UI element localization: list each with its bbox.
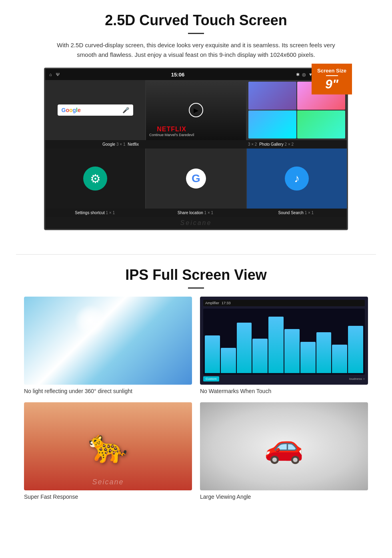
- google-app-cell[interactable]: Google 🎤: [45, 80, 145, 140]
- music-note-icon: ♪: [285, 167, 309, 191]
- gallery-size2: 2 × 2: [285, 142, 294, 147]
- android-screen: ⌂ Ψ 15:06 ✱ ◎ ▼ 📷 🔊 ✕ ⬜: [44, 68, 348, 230]
- amp-bar-5: [268, 317, 284, 373]
- note-icon: ♪: [294, 172, 300, 185]
- amp-bar-7: [300, 342, 316, 373]
- google-logo: Google: [62, 107, 81, 113]
- title-divider: [188, 33, 204, 34]
- google-dim: 3 × 1: [116, 142, 126, 147]
- section-curved-touch: 2.5D Curved Touch Screen With 2.5D curve…: [0, 0, 392, 238]
- car-card: 🚗 Large Viewing Angle: [200, 402, 368, 500]
- gallery-label-text: Photo Gallery: [259, 142, 284, 147]
- car-icon: 🚗: [264, 428, 304, 465]
- amp-header: Amplifier 17:33: [203, 300, 365, 306]
- amp-bar-3: [237, 323, 252, 373]
- usb-icon: Ψ: [56, 72, 60, 77]
- amp-loudness: loudness ○: [349, 377, 365, 381]
- cheetah-watermark: Seicane: [92, 478, 124, 486]
- sunlight-caption: No light reflecting under 360° direct su…: [24, 388, 192, 394]
- amplifier-visual: Amplifier 17:33: [200, 297, 368, 385]
- amp-bar-1: [205, 335, 220, 373]
- cheetah-caption: Super Fast Response: [24, 494, 192, 500]
- screen-watermark: Seicane: [45, 217, 347, 229]
- netflix-label-text: Netflix: [128, 142, 139, 147]
- section1-description: With 2.5D curved-display screen, this de…: [56, 40, 336, 60]
- settings-icon: ⚙: [83, 167, 107, 191]
- device-mockup: Screen Size 9" ⌂ Ψ 15:06 ✱ ◎ ▼ 📷 🔊 ✕: [44, 68, 348, 230]
- gear-icon: ⚙: [90, 172, 101, 186]
- sound-dim: 1 × 1: [305, 211, 314, 215]
- badge-divider: [326, 75, 338, 76]
- settings-app-cell[interactable]: ⚙: [45, 149, 145, 209]
- sunlight-visual: [24, 297, 192, 385]
- screen-size-badge: Screen Size 9": [312, 64, 352, 94]
- gallery-label: 3 × 2 Photo Gallery 2 × 2: [196, 140, 347, 149]
- cheetah-visual: 🐆 Seicane: [24, 402, 192, 490]
- grid-bottom-labels: Settings shortcut 1 × 1 Share location 1…: [45, 209, 347, 217]
- app-grid-bottom: ⚙ G ♪: [45, 149, 347, 209]
- cheetah-image: 🐆 Seicane: [24, 402, 192, 490]
- car-visual: 🚗: [200, 402, 368, 490]
- sound-label: Sound Search 1 × 1: [246, 209, 347, 217]
- amp-bar-10: [348, 326, 363, 373]
- grid-top-labels: Google 3 × 1 Netflix 3 × 2 Photo Gallery…: [45, 140, 347, 149]
- share-location-cell[interactable]: G: [146, 149, 246, 209]
- home-icon: ⌂: [49, 72, 52, 77]
- amp-bar-9: [332, 345, 347, 373]
- google-search-bar[interactable]: Google 🎤: [58, 104, 133, 116]
- share-label: Share location 1 × 1: [146, 209, 246, 217]
- netflix-overlay: NETFLIX Continue Marvel's Daredevil: [149, 126, 194, 137]
- gallery-thumb-3: [248, 110, 296, 138]
- status-bar: ⌂ Ψ 15:06 ✱ ◎ ▼ 📷 🔊 ✕ ⬜: [45, 69, 347, 80]
- amplifier-card: Amplifier 17:33: [200, 297, 368, 394]
- mic-icon: 🎤: [122, 107, 129, 113]
- netflix-logo: NETFLIX: [149, 126, 194, 133]
- amplifier-image: Amplifier 17:33: [200, 297, 368, 385]
- sound-search-cell[interactable]: ♪: [247, 149, 347, 209]
- netflix-subtitle: Continue Marvel's Daredevil: [149, 133, 194, 137]
- settings-label-text: Settings shortcut: [75, 211, 104, 215]
- gallery-thumb-4: [297, 110, 345, 138]
- google-label-text: Google: [102, 142, 115, 147]
- netflix-play-button[interactable]: ▶: [189, 103, 203, 117]
- amp-bar-2: [221, 348, 236, 373]
- car-image: 🚗: [200, 402, 368, 490]
- sunlight-image: [24, 297, 192, 385]
- status-bar-time: 15:06: [171, 72, 184, 78]
- cheetah-card: 🐆 Seicane Super Fast Response: [24, 402, 192, 500]
- gallery-dim: 3 × 2: [248, 142, 257, 147]
- cheetah-icon: 🐆: [88, 428, 128, 465]
- ips-image-grid: No light reflecting under 360° direct su…: [24, 297, 368, 500]
- google-label: Google 3 × 1 Netflix: [45, 140, 196, 149]
- amp-custom-button[interactable]: Custom: [203, 376, 219, 381]
- section-ips: IPS Full Screen View No light reflecting…: [0, 255, 392, 512]
- share-label-text: Share location: [178, 211, 203, 215]
- sound-label-text: Sound Search: [278, 211, 303, 215]
- app-grid-top: Google 🎤 ▶ NETFLIX Continue Marvel's Da: [45, 80, 347, 140]
- badge-label-text: Screen Size: [317, 68, 346, 74]
- settings-label: Settings shortcut 1 × 1: [45, 209, 146, 217]
- ips-title-divider: [188, 287, 204, 289]
- sunlight-card: No light reflecting under 360° direct su…: [24, 297, 192, 394]
- car-caption: Large Viewing Angle: [200, 494, 368, 500]
- gallery-thumb-1: [248, 82, 296, 110]
- amplifier-caption: No Watermarks When Touch: [200, 388, 368, 394]
- play-icon: ▶: [194, 106, 198, 114]
- amp-bars: [203, 309, 365, 375]
- amp-bar-8: [316, 332, 332, 373]
- amp-bar-4: [252, 339, 268, 373]
- location-icon: ◎: [302, 72, 306, 77]
- section1-title: 2.5D Curved Touch Screen: [24, 12, 368, 29]
- amp-bar-6: [284, 329, 300, 373]
- amp-title: Amplifier: [205, 301, 219, 305]
- badge-size-text: 9": [325, 77, 338, 91]
- amp-footer: Custom loudness ○: [203, 376, 365, 381]
- netflix-app-cell[interactable]: ▶ NETFLIX Continue Marvel's Daredevil: [146, 80, 246, 140]
- share-dim: 1 × 1: [204, 211, 214, 215]
- bluetooth-icon: ✱: [296, 72, 300, 77]
- status-bar-left: ⌂ Ψ: [49, 72, 60, 77]
- section2-title: IPS Full Screen View: [24, 267, 368, 283]
- amp-time: 17:33: [222, 301, 231, 305]
- google-g-icon: G: [186, 169, 206, 189]
- settings-dim: 1 × 1: [106, 211, 115, 215]
